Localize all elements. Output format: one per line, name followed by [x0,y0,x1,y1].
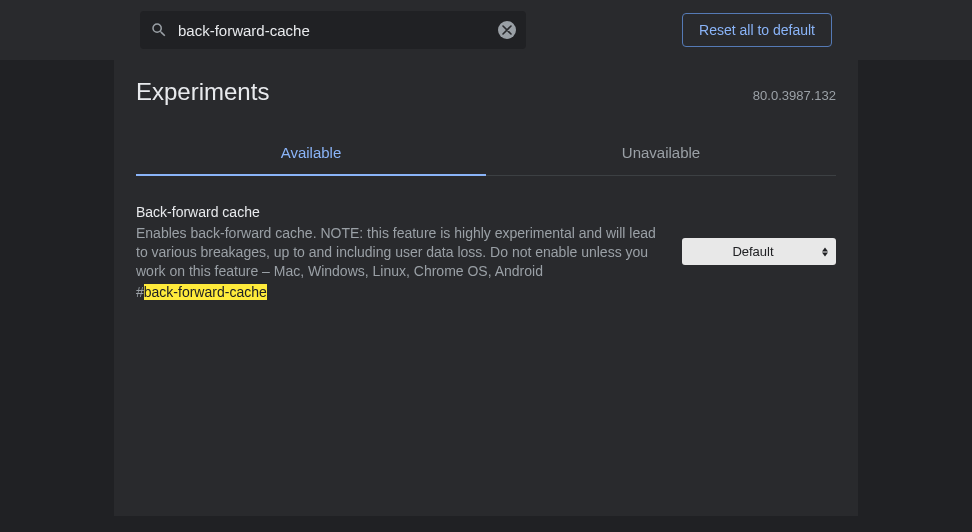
search-box[interactable] [140,11,526,49]
flag-hash-highlight: back-forward-cache [144,284,267,300]
flag-title: Back-forward cache [136,204,666,220]
version-label: 80.0.3987.132 [753,88,836,103]
top-bar: Reset all to default [0,0,972,60]
flag-hash[interactable]: #back-forward-cache [136,284,666,300]
experiments-panel: Experiments 80.0.3987.132 Available Unav… [114,60,858,532]
reset-all-button[interactable]: Reset all to default [682,13,832,47]
search-icon [150,21,168,39]
clear-search-icon[interactable] [498,21,516,39]
content-outer: Experiments 80.0.3987.132 Available Unav… [0,60,972,532]
tab-bar: Available Unavailable [136,130,836,176]
bottom-strip [0,516,972,532]
flag-control: Default [682,238,836,265]
flag-row: Back-forward cache Enables back-forward … [136,176,836,300]
search-input[interactable] [178,22,488,39]
flag-text: Back-forward cache Enables back-forward … [136,204,666,300]
flag-description: Enables back-forward cache. NOTE: this f… [136,224,666,281]
tab-available[interactable]: Available [136,130,486,175]
flag-select[interactable]: Default [682,238,836,265]
header-row: Experiments 80.0.3987.132 [136,78,836,106]
page-title: Experiments [136,78,269,106]
tab-unavailable[interactable]: Unavailable [486,130,836,175]
flag-hash-prefix: # [136,284,144,300]
